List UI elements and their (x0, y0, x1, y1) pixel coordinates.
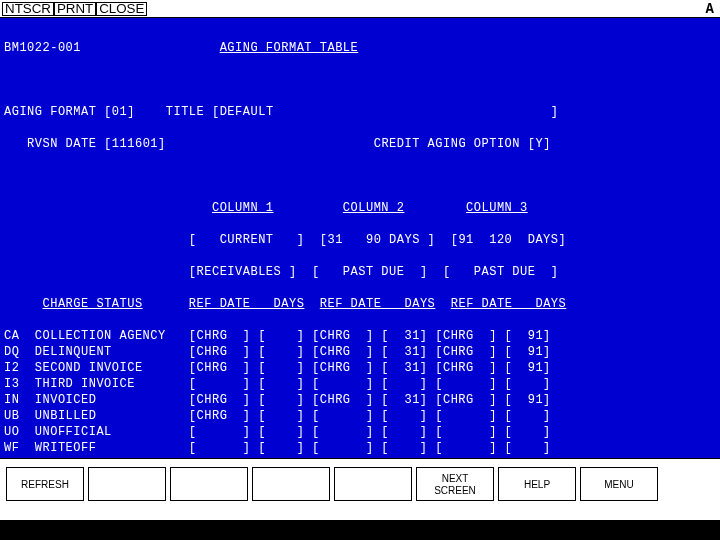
table-row[interactable]: WF WRITEOFF [ ] [ ] [ ] [ ] [ ] [ ] (4, 440, 716, 456)
col2-title[interactable]: [ PAST DUE ] (312, 265, 428, 279)
fkey-2[interactable] (88, 467, 166, 501)
fkey-menu[interactable]: MENU (580, 467, 658, 501)
credit-option-label: CREDIT AGING OPTION (374, 137, 520, 151)
charge-status-header: CHARGE STATUS (43, 297, 143, 311)
fkey-3[interactable] (170, 467, 248, 501)
col2-header: COLUMN 2 (343, 201, 405, 215)
aging-format-label: AGING FORMAT (4, 105, 96, 119)
col1-header: COLUMN 1 (212, 201, 274, 215)
col3-subhead: REF DATE DAYS (451, 297, 567, 311)
prnt-button[interactable]: PRNT (54, 2, 96, 16)
bottom-strip (0, 520, 720, 540)
fkey-refresh[interactable]: REFRESH (6, 467, 84, 501)
window-indicator: A (706, 1, 718, 17)
title-label: TITLE (166, 105, 205, 119)
table-row[interactable]: I2 SECOND INVOICE [CHRG ] [ ] [CHRG ] [ … (4, 360, 716, 376)
screen-id: BM1022-001 (4, 41, 81, 55)
screen-title: AGING FORMAT TABLE (220, 41, 359, 55)
col3-header: COLUMN 3 (466, 201, 528, 215)
table-row[interactable]: IN INVOICED [CHRG ] [ ] [CHRG ] [ 31] [C… (4, 392, 716, 408)
fkey-help[interactable]: HELP (498, 467, 576, 501)
aging-format-field[interactable]: 01 (112, 105, 127, 119)
function-key-bar: REFRESH NEXT SCREEN HELP MENU (0, 458, 720, 518)
fkey-next-screen[interactable]: NEXT SCREEN (416, 467, 494, 501)
ntscr-button[interactable]: NTSCR (2, 2, 54, 16)
title-field[interactable]: DEFAULT (220, 105, 274, 119)
col2-range[interactable]: [31 90 DAYS ] (320, 233, 436, 247)
rvsn-date-field[interactable]: 111601 (112, 137, 158, 151)
credit-option-field[interactable]: Y (535, 137, 543, 151)
close-button[interactable]: CLOSE (96, 2, 147, 16)
window-toolbar: NTSCR PRNT CLOSE A (0, 0, 720, 18)
col3-title[interactable]: [ PAST DUE ] (443, 265, 559, 279)
rvsn-date-label: RVSN DATE (27, 137, 96, 151)
table-row[interactable]: CA COLLECTION AGENCY [CHRG ] [ ] [CHRG ]… (4, 328, 716, 344)
col2-subhead: REF DATE DAYS (320, 297, 436, 311)
fkey-5[interactable] (334, 467, 412, 501)
table-row[interactable]: UO UNOFFICIAL [ ] [ ] [ ] [ ] [ ] [ ] (4, 424, 716, 440)
table-row[interactable]: DQ DELINQUENT [CHRG ] [ ] [CHRG ] [ 31] … (4, 344, 716, 360)
col3-range[interactable]: [91 120 DAYS] (451, 233, 567, 247)
table-row[interactable]: I3 THIRD INVOICE [ ] [ ] [ ] [ ] [ ] [ ] (4, 376, 716, 392)
table-row[interactable]: UB UNBILLED [CHRG ] [ ] [ ] [ ] [ ] [ ] (4, 408, 716, 424)
col1-range[interactable]: [ CURRENT ] (189, 233, 305, 247)
col1-title[interactable]: [RECEIVABLES ] (189, 265, 297, 279)
fkey-4[interactable] (252, 467, 330, 501)
col1-subhead: REF DATE DAYS (189, 297, 305, 311)
terminal-screen: BM1022-001 AGING FORMAT TABLE AGING FORM… (0, 18, 720, 458)
